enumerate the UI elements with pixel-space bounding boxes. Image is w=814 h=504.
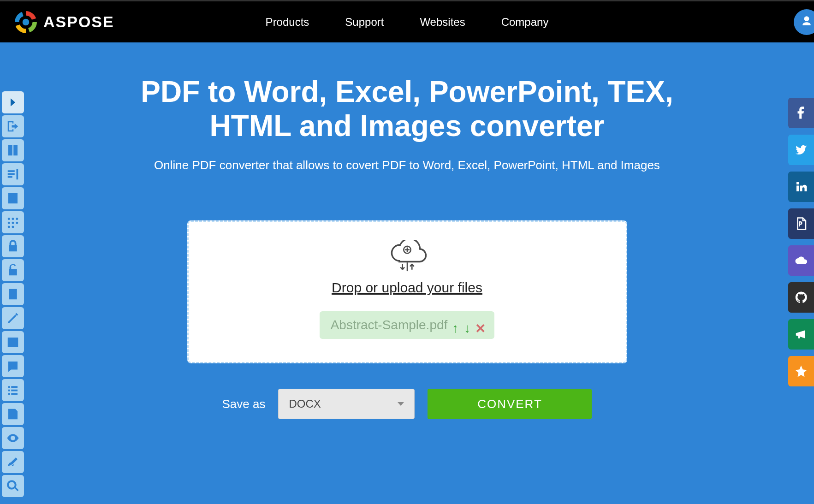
- svg-point-4: [16, 218, 18, 220]
- tool-import[interactable]: [2, 115, 24, 137]
- tool-expand[interactable]: [2, 91, 24, 113]
- share-favorite[interactable]: [788, 356, 814, 386]
- svg-point-7: [16, 222, 18, 224]
- svg-point-8: [8, 226, 10, 228]
- tool-list[interactable]: [2, 379, 24, 401]
- svg-point-3: [12, 218, 14, 220]
- tool-sign[interactable]: [2, 451, 24, 473]
- format-select[interactable]: DOCX: [278, 389, 415, 419]
- cloud-icon: [794, 254, 808, 267]
- megaphone-icon: [794, 327, 808, 341]
- share-github[interactable]: [788, 282, 814, 313]
- user-icon: [801, 15, 813, 29]
- tool-view[interactable]: [2, 427, 24, 449]
- tool-annotate[interactable]: [2, 355, 24, 377]
- nav-products[interactable]: Products: [266, 16, 309, 29]
- facebook-icon: [794, 106, 808, 120]
- tool-compress[interactable]: [2, 283, 24, 305]
- top-nav: ASPOSE Products Support Websites Company: [0, 0, 814, 42]
- tool-redact[interactable]: [2, 211, 24, 233]
- pdf-file-icon: [794, 217, 808, 231]
- svg-point-0: [23, 18, 30, 25]
- file-dropzone[interactable]: Drop or upload your files Abstract-Sampl…: [187, 220, 627, 363]
- tool-split[interactable]: [2, 139, 24, 161]
- left-tool-rail: [2, 91, 25, 497]
- share-feedback[interactable]: [788, 319, 814, 350]
- primary-nav: Products Support Websites Company: [266, 16, 549, 29]
- tool-unlock[interactable]: [2, 259, 24, 281]
- move-up-icon[interactable]: ↑: [451, 321, 459, 329]
- remove-file-icon[interactable]: ✕: [475, 321, 483, 329]
- hero-section: PDF to Word, Excel, PowerPoint, TEX, HTM…: [0, 42, 814, 504]
- page-subtitle: Online PDF converter that allows to cove…: [154, 157, 661, 174]
- convert-button[interactable]: CONVERT: [428, 389, 592, 419]
- nav-websites[interactable]: Websites: [420, 16, 465, 29]
- title-line-2: HTML and Images converter: [210, 109, 605, 142]
- svg-point-5: [8, 222, 10, 224]
- share-pdf[interactable]: [788, 208, 814, 239]
- tool-search[interactable]: [2, 475, 24, 497]
- tool-lock[interactable]: [2, 235, 24, 257]
- brand-logo[interactable]: ASPOSE: [14, 10, 114, 34]
- github-icon: [794, 291, 808, 304]
- format-selected-value: DOCX: [289, 397, 321, 410]
- share-facebook[interactable]: [788, 98, 814, 128]
- tool-extract[interactable]: [2, 403, 24, 425]
- tool-image[interactable]: [2, 331, 24, 353]
- upload-cloud-icon: [387, 240, 427, 272]
- brand-name: ASPOSE: [43, 13, 114, 31]
- tool-form[interactable]: [2, 187, 24, 209]
- nav-company[interactable]: Company: [501, 16, 549, 29]
- uploaded-file-chip: Abstract-Sample.pdf ↑ ↓ ✕: [320, 311, 495, 339]
- svg-point-6: [12, 222, 14, 224]
- page-title: PDF to Word, Excel, PowerPoint, TEX, HTM…: [131, 75, 684, 143]
- tool-edit[interactable]: [2, 307, 24, 329]
- twitter-icon: [794, 143, 808, 157]
- convert-controls: Save as DOCX CONVERT: [0, 389, 814, 419]
- share-twitter[interactable]: [788, 135, 814, 165]
- right-social-rail: [788, 98, 814, 386]
- share-linkedin[interactable]: [788, 172, 814, 202]
- nav-support[interactable]: Support: [345, 16, 384, 29]
- svg-point-9: [12, 226, 14, 228]
- share-cloud[interactable]: [788, 245, 814, 276]
- svg-point-2: [8, 218, 10, 220]
- dropzone-label[interactable]: Drop or upload your files: [198, 280, 617, 296]
- tool-parse[interactable]: [2, 163, 24, 185]
- uploaded-file-name: Abstract-Sample.pdf: [331, 318, 448, 332]
- save-as-label: Save as: [222, 397, 266, 411]
- linkedin-icon: [794, 180, 808, 194]
- logo-mark-icon: [14, 10, 38, 34]
- chevron-down-icon: [398, 402, 404, 406]
- move-down-icon[interactable]: ↓: [463, 321, 471, 329]
- account-button[interactable]: [794, 9, 814, 35]
- star-icon: [794, 364, 808, 378]
- title-line-1: PDF to Word, Excel, PowerPoint, TEX,: [141, 75, 673, 108]
